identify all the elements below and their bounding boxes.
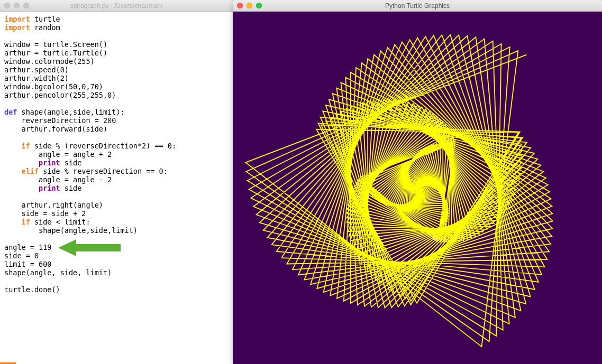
minimize-icon[interactable] <box>247 3 252 8</box>
turtle-canvas-wrap <box>233 12 602 364</box>
code-line: arthur.pencolor(255,255,0) <box>4 91 229 99</box>
code-line: angle = angle + 2 <box>4 150 229 158</box>
close-icon[interactable] <box>4 3 10 8</box>
code-editor-content[interactable]: import turtleimport random window = turt… <box>0 12 233 364</box>
zoom-icon[interactable] <box>256 3 262 8</box>
desktop: spirograph.py - /Users/enauman/ import t… <box>0 0 602 364</box>
code-line: if side < limit: <box>4 218 229 226</box>
turtle-title: Python Turtle Graphics <box>233 2 602 10</box>
code-line: side = side + 2 <box>4 209 229 218</box>
code-line: shape(angle, side, limit) <box>4 268 229 277</box>
code-line: angle = 119 <box>4 243 229 251</box>
turtle-titlebar[interactable]: Python Turtle Graphics <box>233 0 602 12</box>
minimize-icon[interactable] <box>14 3 20 8</box>
close-icon[interactable] <box>237 3 243 8</box>
traffic-lights-inactive <box>0 0 29 11</box>
code-line: arthur.right(angle) <box>4 201 229 209</box>
code-line: turtle.done() <box>4 285 229 294</box>
code-line: def shape(angle,side,limit): <box>4 108 229 116</box>
code-line: print side <box>4 158 229 167</box>
code-line: window.bgcolor(50,0,70) <box>4 82 229 91</box>
code-line: if side % (reverseDirection*2) == 0: <box>4 142 229 150</box>
code-line: arthur.speed(0) <box>4 66 229 74</box>
code-line: arthur.forward(side) <box>4 125 229 133</box>
code-line <box>4 133 229 142</box>
code-line: print side <box>4 184 229 192</box>
zoom-icon[interactable] <box>23 3 29 8</box>
code-line: limit = 600 <box>4 260 229 268</box>
editor-window[interactable]: spirograph.py - /Users/enauman/ import t… <box>0 0 233 364</box>
code-line: angle = angle - 2 <box>4 175 229 184</box>
turtle-canvas <box>241 12 594 364</box>
editor-title: spirograph.py - /Users/enauman/ <box>0 2 233 10</box>
code-line: window = turtle.Screen() <box>4 40 229 49</box>
code-line: arthur = turtle.Turtle() <box>4 49 229 57</box>
code-line: window.colormode(255) <box>4 57 229 66</box>
code-line: import random <box>4 23 229 32</box>
code-line: import turtle <box>4 15 229 23</box>
code-line <box>4 192 229 201</box>
code-line <box>4 277 229 285</box>
turtle-window[interactable]: Python Turtle Graphics <box>233 0 602 364</box>
code-line: reverseDirection = 200 <box>4 116 229 125</box>
code-line: side = 0 <box>4 251 229 260</box>
editor-titlebar[interactable]: spirograph.py - /Users/enauman/ <box>0 0 233 12</box>
code-line: elif side % reverseDirection == 0: <box>4 167 229 175</box>
code-line <box>4 99 229 108</box>
code-line: shape(angle,side,limit) <box>4 226 229 235</box>
traffic-lights <box>233 0 262 11</box>
code-line <box>4 235 229 243</box>
code-line: arthur.width(2) <box>4 74 229 82</box>
code-line <box>4 32 229 40</box>
